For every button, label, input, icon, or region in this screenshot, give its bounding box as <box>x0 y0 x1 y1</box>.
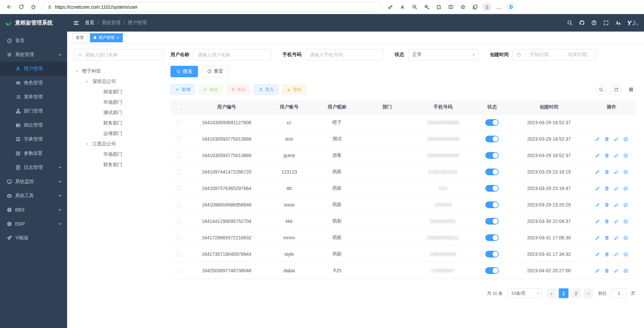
tree-node[interactable]: 市场部门 <box>74 149 164 159</box>
delete-button[interactable]: 删除 <box>226 84 251 95</box>
sidebar-item[interactable]: 角色管理 <box>0 76 67 90</box>
view-tab[interactable]: 首页 <box>72 33 88 42</box>
row-checkbox[interactable] <box>177 202 182 207</box>
assign-role-icon[interactable] <box>623 252 628 257</box>
edit-icon[interactable] <box>595 170 600 175</box>
phone-input[interactable] <box>305 49 383 60</box>
tree-node[interactable]: 财务部门 <box>74 118 164 128</box>
reset-password-icon[interactable] <box>614 252 619 257</box>
breadcrumb-item[interactable]: / 用户管理 <box>120 20 147 26</box>
view-tab[interactable]: 用户管理 × <box>90 33 123 42</box>
page-number-button[interactable]: 2 <box>571 288 581 298</box>
refresh-table-icon[interactable] <box>610 84 622 95</box>
delete-icon[interactable] <box>604 268 609 273</box>
delete-icon[interactable] <box>604 170 609 175</box>
status-toggle[interactable] <box>485 251 499 257</box>
reset-password-icon[interactable] <box>614 202 619 207</box>
status-select[interactable]: 正常 ▾ <box>408 49 479 60</box>
tree-node[interactable]: 测试部门 <box>74 107 164 118</box>
delete-icon[interactable] <box>604 235 609 240</box>
tree-node-label[interactable]: 江西总公司 <box>92 141 116 147</box>
tree-node-label[interactable]: 橙子科技 <box>82 68 101 74</box>
reset-password-icon[interactable] <box>614 219 619 224</box>
sidebar-item[interactable]: ERP <box>0 217 67 231</box>
font-size-icon[interactable] <box>615 20 621 26</box>
status-toggle[interactable] <box>485 218 499 225</box>
row-checkbox[interactable] <box>177 235 182 240</box>
sidebar-item[interactable]: 系统管理 <box>0 48 67 62</box>
split-screen-icon[interactable] <box>446 2 456 12</box>
sidebar-item[interactable]: Yi框架 <box>0 231 67 245</box>
tree-node[interactable]: 研发部门 <box>74 87 164 97</box>
row-checkbox[interactable] <box>177 252 182 256</box>
row-checkbox[interactable] <box>177 219 182 224</box>
sidebar-item[interactable]: 用户管理 <box>0 62 67 76</box>
browser-menu-dots[interactable]: … <box>494 2 504 12</box>
copilot-icon[interactable]: b <box>506 2 516 12</box>
tree-caret-icon[interactable]: ▾ <box>86 142 90 146</box>
breadcrumb-label[interactable]: 用户管理 <box>128 20 147 26</box>
export-button[interactable]: 导出 <box>282 84 306 95</box>
status-toggle[interactable] <box>485 234 499 241</box>
status-toggle[interactable] <box>485 119 499 126</box>
breadcrumb-item[interactable]: 首页 <box>85 20 94 26</box>
tree-node-label[interactable]: 运维部门 <box>103 131 122 137</box>
tree-node[interactable]: 财务部门 <box>74 159 164 170</box>
tree-node-label[interactable]: 深圳总公司 <box>92 79 116 85</box>
github-icon[interactable] <box>579 20 585 26</box>
sidebar-item[interactable]: 参数设置 <box>0 146 67 160</box>
sidebar-item[interactable]: 首页 <box>0 34 67 48</box>
assign-role-icon[interactable] <box>623 170 628 175</box>
extensions-puzzle-icon[interactable] <box>434 2 444 12</box>
sidebar-item[interactable]: 系统监控 <box>0 175 67 189</box>
assign-role-icon[interactable] <box>623 137 628 142</box>
assign-role-icon[interactable] <box>623 186 628 191</box>
next-page-button[interactable]: › <box>584 288 593 298</box>
select-all-checkbox[interactable] <box>177 105 182 109</box>
reset-password-icon[interactable] <box>614 186 619 191</box>
delete-icon[interactable] <box>604 202 609 207</box>
tree-node[interactable]: 运维部门 <box>74 128 164 139</box>
row-checkbox[interactable] <box>177 120 182 125</box>
tree-node[interactable]: 市场部门 <box>74 97 164 107</box>
sidebar-item[interactable]: 岗位管理 <box>0 118 67 132</box>
assign-role-icon[interactable] <box>623 268 628 273</box>
tree-node-label[interactable]: 市场部门 <box>103 151 122 157</box>
username-input[interactable] <box>193 49 271 60</box>
edit-icon[interactable] <box>595 268 600 273</box>
close-tab-icon[interactable]: × <box>116 36 119 40</box>
search-button[interactable]: 搜索 <box>170 66 198 77</box>
sidebar-item[interactable]: 日志管理 <box>0 160 67 175</box>
reset-password-icon[interactable] <box>614 170 619 175</box>
status-toggle[interactable] <box>485 267 499 274</box>
edit-icon[interactable] <box>595 202 600 207</box>
zoom-out-icon[interactable] <box>409 2 419 12</box>
delete-icon[interactable] <box>604 252 609 257</box>
address-bar[interactable]: https://ccnetcore.com:1101/system/user <box>42 2 381 12</box>
status-toggle[interactable] <box>485 152 499 159</box>
tree-caret-icon[interactable]: ▾ <box>76 69 80 74</box>
status-toggle[interactable] <box>485 201 499 208</box>
reset-button[interactable]: 重置 <box>201 66 229 77</box>
edit-icon[interactable] <box>595 235 600 240</box>
collapse-sidebar-icon[interactable] <box>73 20 80 26</box>
department-search-input[interactable] <box>85 52 160 57</box>
tree-node-label[interactable]: 研发部门 <box>103 89 122 95</box>
read-aloud-button[interactable]: A <box>397 2 407 12</box>
row-checkbox[interactable] <box>177 170 182 174</box>
tree-node-label[interactable]: 市场部门 <box>103 99 122 105</box>
status-toggle[interactable] <box>485 185 499 192</box>
assign-role-icon[interactable] <box>623 235 628 240</box>
collections-icon[interactable] <box>470 2 480 12</box>
prev-page-button[interactable]: ‹ <box>546 288 556 298</box>
delete-icon[interactable] <box>604 219 609 224</box>
assign-role-icon[interactable] <box>623 202 628 207</box>
tree-node-label[interactable]: 财务部门 <box>103 162 122 168</box>
show-search-icon[interactable] <box>595 84 606 95</box>
page-size-select[interactable]: 10条/页 ▾ <box>507 288 542 298</box>
sidebar-item[interactable]: 字典管理 <box>0 132 67 146</box>
assign-role-icon[interactable] <box>623 153 628 158</box>
tree-node[interactable]: ▾ 江西总公司 <box>74 139 164 149</box>
tree-node-label[interactable]: 测试部门 <box>103 110 122 116</box>
status-toggle[interactable] <box>485 136 499 142</box>
